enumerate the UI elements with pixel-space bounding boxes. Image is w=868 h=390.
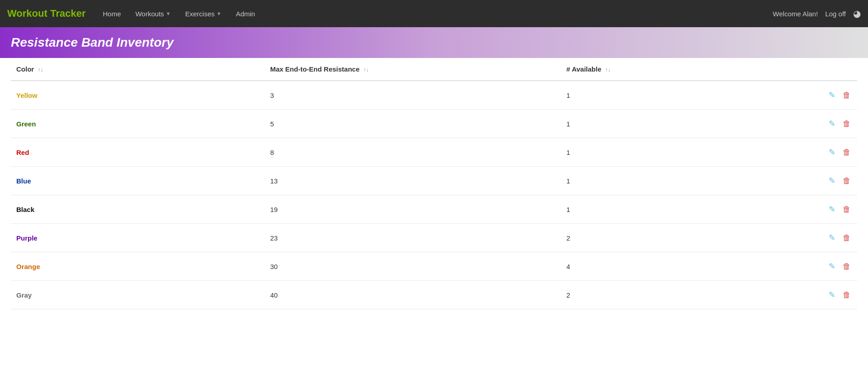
- table-header: Color ↑↓ Max End-to-End Resistance ↑↓ # …: [11, 58, 857, 81]
- sort-resistance-icon[interactable]: ↑↓: [363, 67, 369, 73]
- cell-color: Orange: [11, 252, 265, 281]
- col-actions: [730, 58, 858, 81]
- table-row: Black191✎🗑: [11, 195, 857, 224]
- edit-button[interactable]: ✎: [828, 146, 836, 158]
- table-row: Purple232✎🗑: [11, 224, 857, 252]
- table-container: Color ↑↓ Max End-to-End Resistance ↑↓ # …: [0, 58, 868, 309]
- edit-button[interactable]: ✎: [828, 260, 836, 272]
- cell-available: 1: [561, 81, 730, 110]
- cell-actions: ✎🗑: [730, 281, 858, 309]
- table-row: Red81✎🗑: [11, 138, 857, 167]
- cell-resistance: 8: [265, 138, 561, 167]
- cell-resistance: 23: [265, 224, 561, 252]
- table-row: Gray402✎🗑: [11, 281, 857, 309]
- cell-available: 1: [561, 138, 730, 167]
- cell-actions: ✎🗑: [730, 167, 858, 195]
- nav-admin[interactable]: Admin: [229, 6, 262, 21]
- cell-resistance: 30: [265, 252, 561, 281]
- table-body: Yellow31✎🗑Green51✎🗑Red81✎🗑Blue131✎🗑Black…: [11, 81, 857, 309]
- table-row: Green51✎🗑: [11, 110, 857, 138]
- cell-color: Green: [11, 110, 265, 138]
- nav-home[interactable]: Home: [96, 6, 127, 21]
- cell-color: Purple: [11, 224, 265, 252]
- cell-actions: ✎🗑: [730, 110, 858, 138]
- cell-available: 1: [561, 195, 730, 224]
- workouts-dropdown-icon: ▼: [166, 11, 171, 16]
- nav-right: Welcome Alan! Log off ◕: [773, 8, 861, 19]
- cell-available: 2: [561, 224, 730, 252]
- cell-actions: ✎🗑: [730, 195, 858, 224]
- delete-button[interactable]: 🗑: [842, 289, 852, 301]
- sort-available-icon[interactable]: ↑↓: [605, 67, 610, 73]
- cell-color: Blue: [11, 167, 265, 195]
- delete-button[interactable]: 🗑: [842, 147, 852, 158]
- edit-button[interactable]: ✎: [828, 175, 836, 187]
- table-row: Orange304✎🗑: [11, 252, 857, 281]
- table-row: Yellow31✎🗑: [11, 81, 857, 110]
- github-icon[interactable]: ◕: [853, 8, 861, 19]
- cell-available: 4: [561, 252, 730, 281]
- cell-actions: ✎🗑: [730, 224, 858, 252]
- cell-actions: ✎🗑: [730, 138, 858, 167]
- brand-link[interactable]: Workout Tracker: [7, 8, 86, 19]
- edit-button[interactable]: ✎: [828, 289, 836, 301]
- cell-resistance: 40: [265, 281, 561, 309]
- cell-color: Black: [11, 195, 265, 224]
- nav-items: Home Workouts ▼ Exercises ▼ Admin: [96, 6, 773, 21]
- exercises-dropdown-icon: ▼: [216, 11, 221, 16]
- edit-button[interactable]: ✎: [828, 203, 836, 215]
- cell-available: 1: [561, 110, 730, 138]
- cell-color: Red: [11, 138, 265, 167]
- edit-button[interactable]: ✎: [828, 118, 836, 130]
- inventory-table: Color ↑↓ Max End-to-End Resistance ↑↓ # …: [11, 58, 857, 309]
- header-row: Color ↑↓ Max End-to-End Resistance ↑↓ # …: [11, 58, 857, 81]
- page-header: Resistance Band Inventory: [0, 27, 868, 58]
- delete-button[interactable]: 🗑: [842, 261, 852, 272]
- cell-actions: ✎🗑: [730, 252, 858, 281]
- nav-workouts[interactable]: Workouts ▼: [129, 6, 177, 21]
- edit-button[interactable]: ✎: [828, 89, 836, 101]
- delete-button[interactable]: 🗑: [842, 90, 852, 101]
- delete-button[interactable]: 🗑: [842, 175, 852, 187]
- cell-actions: ✎🗑: [730, 81, 858, 110]
- col-available[interactable]: # Available ↑↓: [561, 58, 730, 81]
- cell-available: 2: [561, 281, 730, 309]
- delete-button[interactable]: 🗑: [842, 118, 852, 130]
- sort-color-icon[interactable]: ↑↓: [38, 67, 43, 73]
- page-title: Resistance Band Inventory: [11, 35, 857, 50]
- nav-exercises-label: Exercises: [185, 10, 215, 18]
- delete-button[interactable]: 🗑: [842, 204, 852, 215]
- cell-available: 1: [561, 167, 730, 195]
- delete-button[interactable]: 🗑: [842, 232, 852, 244]
- col-color[interactable]: Color ↑↓: [11, 58, 265, 81]
- welcome-text: Welcome Alan!: [773, 10, 818, 18]
- cell-resistance: 3: [265, 81, 561, 110]
- col-resistance[interactable]: Max End-to-End Resistance ↑↓: [265, 58, 561, 81]
- cell-color: Gray: [11, 281, 265, 309]
- cell-resistance: 13: [265, 167, 561, 195]
- navbar: Workout Tracker Home Workouts ▼ Exercise…: [0, 0, 868, 27]
- cell-resistance: 5: [265, 110, 561, 138]
- table-row: Blue131✎🗑: [11, 167, 857, 195]
- edit-button[interactable]: ✎: [828, 232, 836, 244]
- nav-exercises[interactable]: Exercises ▼: [179, 6, 228, 21]
- cell-resistance: 19: [265, 195, 561, 224]
- cell-color: Yellow: [11, 81, 265, 110]
- nav-workouts-label: Workouts: [135, 10, 164, 18]
- logoff-link[interactable]: Log off: [825, 10, 846, 18]
